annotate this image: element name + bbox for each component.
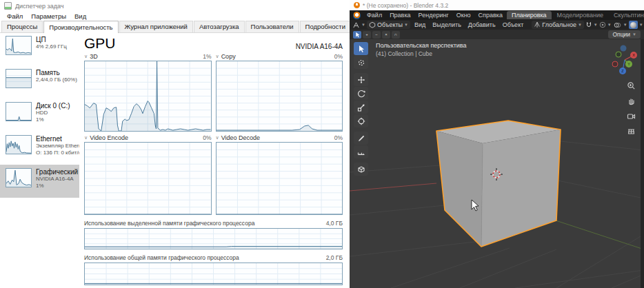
chart-value-video-encode: 0% [203,134,211,141]
options-dropdown[interactable]: Опции ▼ [608,30,641,39]
task-manager-titlebar: Диспетчер задач [0,0,350,11]
chevron-down-icon: ▼ [639,23,643,27]
sidebar-item-memory[interactable]: Память 2,4/4,0 ГБ (60%) [0,65,79,99]
tab-app-history[interactable]: Журнал приложений [119,21,193,32]
chart-title-3d: 3D [90,53,98,60]
menu-view[interactable]: Вид [70,12,90,21]
view-perspective-label: Пользовательская перспектива [376,42,467,49]
select-mode-extend[interactable]: + [363,31,371,39]
perspective-toggle-icon[interactable] [627,127,636,136]
sidebar-item-disk[interactable]: Диск 0 (C:) HDD 1% [0,99,79,132]
gizmo-x-neg[interactable] [612,61,618,67]
blender-app-icon [354,2,360,8]
collapse-caret-icon[interactable]: ∨ [84,135,88,141]
chart-value-copy: 0% [334,53,343,60]
chart-title-video-decode: Video Decode [221,134,260,141]
select-mode-subtract[interactable]: − [372,31,381,39]
proportional-editing-icon[interactable] [599,21,606,29]
viewport-header: ▼ Объекты ▼ Вид Выделить Добавить Объект… [350,20,644,30]
y-axis-line [556,220,644,249]
tool-cursor[interactable] [354,56,368,69]
menu-add[interactable]: Добавить [465,21,499,29]
navigation-gizmo[interactable]: X Y Z [612,45,637,75]
mode-selector[interactable]: Объекты ▼ [367,21,410,29]
tool-transform[interactable] [354,114,368,127]
gpu-performance-panel: GPU NVIDIA A16-4A ∨3D1% ∨Copy0% ∨Video E… [79,32,350,288]
workspace-tab-layout[interactable]: Планировка [507,11,552,19]
tool-scale[interactable] [354,101,368,114]
chevron-down-icon: ▼ [623,23,627,27]
default-cube[interactable] [436,121,561,247]
workspace-tab-sculpting[interactable]: Скульптинг [609,11,644,19]
sidebar-item-gpu[interactable]: Графический про... NVIDIA A16-4A 1% [0,165,79,198]
blender-titlebar: * (Не сохранено) - Blender 4.3.2 [350,0,644,10]
tab-startup[interactable]: Автозагрузка [194,21,245,32]
editor-type-button[interactable] [352,21,360,29]
tab-performance[interactable]: Производительность [43,21,118,33]
chart-value-video-decode: 0% [334,134,343,141]
solid-shading-icon [630,22,636,28]
show-overlays-icon[interactable] [613,21,622,29]
task-manager-menubar: Файл Параметры Вид [0,11,350,21]
viewport-nav-buttons [627,81,636,136]
active-object-label: (41) Collection | Cube [376,50,467,57]
dedicated-memory-label: Использование выделенной памяти графичес… [84,220,254,227]
collapse-caret-icon[interactable]: ∨ [84,54,88,59]
menu-options[interactable]: Параметры [27,12,70,21]
workspace-tab-modeling[interactable]: Моделирование [552,11,608,19]
svg-text:X: X [632,53,635,57]
gizmo-y-neg[interactable] [616,52,621,57]
transform-orientation-selector[interactable]: Глобальное ▼ [532,21,584,29]
tab-users[interactable]: Пользователи [245,21,299,32]
tool-annotate[interactable] [354,132,368,145]
tool-measure[interactable] [354,145,368,158]
zoom-icon[interactable] [627,81,636,90]
tab-processes[interactable]: Процессы [1,21,43,32]
sidebar-item-cpu[interactable]: ЦП 4% 2,69 ГГц [0,32,79,65]
tool-rotate[interactable] [354,87,368,100]
performance-sidebar: ЦП 4% 2,69 ГГц Память 2,4/4,0 ГБ (60%) Д… [0,32,79,288]
tool-settings-bar: + − × ∩ Опции ▼ [350,30,644,39]
camera-view-icon[interactable] [627,112,636,121]
dedicated-memory-chart [84,228,343,249]
menu-blender-help[interactable]: Справка [475,11,506,19]
menu-select[interactable]: Выделить [430,21,464,29]
snap-magnet-icon[interactable] [585,21,592,29]
menu-object[interactable]: Объект [500,21,527,29]
pan-hand-icon[interactable] [627,96,636,105]
gizmo-z-neg[interactable] [621,45,627,52]
cpu-thumbnail-chart [6,36,32,55]
tool-add-cube[interactable] [354,163,368,176]
shared-memory-max: 2,0 ГБ [326,254,343,261]
tool-move[interactable] [354,73,368,86]
viewport-right-edge [641,39,644,288]
chevron-down-icon: ▼ [632,32,636,37]
screen: Диспетчер задач Файл Параметры Вид Проце… [0,0,644,288]
task-manager-window: Диспетчер задач Файл Параметры Вид Проце… [0,0,350,288]
chevron-down-icon: ▼ [404,23,408,27]
sidebar-item-ethernet[interactable]: Ethernet Экземпляр Ethern... О: 136 П: 0… [0,132,79,165]
svg-text:Y: Y [627,62,630,66]
menu-blender-render[interactable]: Рендеринг [415,11,452,19]
shared-memory-chart [84,263,343,285]
menu-view[interactable]: Вид [412,21,428,29]
select-mode-set[interactable] [353,31,361,39]
shared-memory-label: Использование общей памяти графического … [84,254,239,261]
shading-solid-button[interactable] [629,21,638,29]
menu-blender-window[interactable]: Окно [453,11,474,19]
tab-details[interactable]: Подробности [300,21,351,32]
chevron-down-icon: ▼ [607,23,612,27]
memory-thumbnail-chart [6,69,32,88]
gpu-video-encode-chart [84,142,212,215]
x-axis-line [350,183,436,191]
menu-blender-file[interactable]: Файл [363,11,385,19]
menu-blender-edit[interactable]: Правка [386,11,414,19]
collapse-caret-icon[interactable]: ∨ [216,135,219,141]
select-mode-intersect[interactable]: ∩ [392,31,400,39]
chevron-down-icon: ▼ [578,23,582,27]
select-mode-invert[interactable]: × [382,31,390,39]
blender-logo-icon[interactable] [353,12,361,19]
tool-select-box[interactable] [354,42,368,55]
menu-file[interactable]: Файл [3,12,27,21]
collapse-caret-icon[interactable]: ∨ [216,54,219,59]
